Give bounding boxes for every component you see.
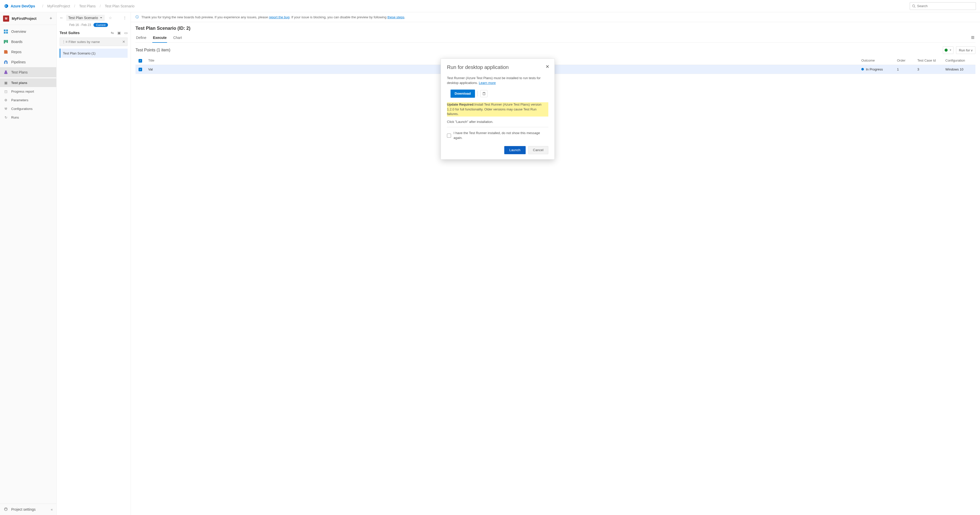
copy-icon [482,92,486,95]
separator [477,91,478,97]
suite-filter[interactable]: ⋮≡ ✕ [60,37,127,46]
tab-define[interactable]: Define [135,34,147,43]
back-button[interactable]: ← [60,16,64,20]
sub-test-plans[interactable]: ▣ Test plans [0,78,56,87]
suite-collapse-icon[interactable]: ▭ [124,31,127,35]
sub-progress-report[interactable]: ◫ Progress report [0,87,56,96]
breadcrumb-separator: / [42,4,43,8]
cancel-button[interactable]: Cancel [528,146,549,154]
suite-item[interactable]: Test Plan Scenario (1) [60,49,127,58]
col-outcome[interactable]: Outcome [858,57,894,65]
col-test-case-id[interactable]: Test Case Id [914,57,942,65]
download-button[interactable]: Download [450,90,475,98]
nav-repos[interactable]: Repos [0,47,56,57]
suite-item-label: Test Plan Scenario (1) [63,51,95,55]
banner-text-post: . [404,15,406,19]
test-points-table: ✓ Title Outcome Order Test Case Id Confi… [135,57,975,74]
launch-button[interactable]: Launch [504,146,526,154]
svg-rect-5 [6,32,8,33]
tab-execute[interactable]: Execute [152,34,167,43]
filter-icon: ⋮≡ [62,40,67,44]
left-nav: M MyFirstProject + Overview Boards Repos [0,12,57,515]
search-input[interactable] [917,4,974,8]
sub-progress-label: Progress report [11,90,34,93]
outcome-pass-icon [945,49,948,52]
add-project-button[interactable]: + [48,15,53,22]
close-button[interactable]: ✕ [544,63,550,70]
nav-boards-label: Boards [11,40,22,44]
brand[interactable]: Azure DevOps [4,4,35,8]
run-desktop-dialog: Run for desktop application ✕ Test Runne… [441,59,555,160]
col-order[interactable]: Order [894,57,914,65]
select-all-checkbox[interactable]: ✓ [138,59,142,63]
nav-overview[interactable]: Overview [0,27,56,36]
breadcrumb-testplans[interactable]: Test Plans [79,4,96,8]
page-title: Test Plan Scenario (ID: 2) [135,26,975,31]
outcome-dropdown[interactable] [943,46,953,54]
parameters-icon: ⚙ [3,98,8,102]
collapse-nav-button[interactable]: « [51,507,53,512]
svg-rect-3 [6,30,8,31]
sub-parameters[interactable]: ⚙ Parameters [0,96,56,104]
nav-test-plans[interactable]: Test Plans [0,67,56,78]
suite-expand-icon[interactable]: ⇆ [111,31,114,35]
update-required-label: Update Required: [447,103,474,106]
update-required-notice: Update Required:Install Test Runner (Azu… [447,102,548,117]
sub-test-plans-label: Test plans [11,81,27,85]
launch-hint: Click "Launch" after installation. [447,120,548,124]
svg-rect-2 [4,30,6,31]
row-checkbox[interactable]: ✓ [138,68,142,71]
cell-outcome: In Progress [866,67,883,71]
runs-icon: ↻ [3,116,8,119]
dialog-title: Run for desktop application [447,64,548,70]
sub-runs-label: Runs [11,116,19,119]
col-configuration[interactable]: Configuration [942,57,975,65]
suite-tree-icon[interactable]: ▣ [118,31,121,35]
test-plans-icon [3,70,8,74]
current-badge: Current [94,23,108,27]
clear-filter-button[interactable]: ✕ [122,40,125,44]
svg-rect-9 [483,93,485,95]
nav-pipelines[interactable]: Pipelines [0,57,56,67]
sub-runs[interactable]: ↻ Runs [0,113,56,122]
plan-dates: Feb 16 - Feb 23 [69,23,91,27]
banner-text-mid: . If your issue is blocking, you can dis… [290,15,387,19]
nav-boards[interactable]: Boards [0,36,56,47]
svg-rect-4 [4,32,6,33]
project-row[interactable]: M MyFirstProject + [0,12,56,25]
breadcrumb-project[interactable]: MyFirstProject [48,4,70,8]
run-for-button[interactable]: Run for v [956,46,975,54]
nav-pipelines-label: Pipelines [11,60,26,64]
learn-more-link[interactable]: Learn more [479,81,496,85]
plan-more-button[interactable]: ⋮ [122,15,127,21]
banner-link-steps[interactable]: these steps [387,15,404,19]
test-points-title: Test Points (1 item) [135,48,170,52]
suite-filter-input[interactable] [68,40,121,44]
favorite-button[interactable]: ☆ [109,16,112,20]
configurations-icon: ⚒ [3,107,8,111]
plan-dropdown-label: Test Plan Scenario [68,16,98,20]
search-icon [912,4,916,8]
sub-configurations-label: Configurations [11,107,33,111]
boards-icon [3,40,8,44]
breadcrumb-separator: / [100,4,101,8]
banner-link-report-bug[interactable]: report the bug [269,15,290,19]
project-settings[interactable]: Project settings « [0,504,56,515]
cell-order: 1 [894,65,914,74]
project-name: MyFirstProject [12,17,37,21]
repos-icon [3,50,8,54]
cell-test-case-id: 3 [914,65,942,74]
breadcrumb-plan[interactable]: Test Plan Scenario [105,4,134,8]
copy-link-button[interactable] [480,90,487,97]
svg-line-1 [915,6,916,8]
chevron-down-icon [100,16,103,19]
sub-configurations[interactable]: ⚒ Configurations [0,104,56,113]
tab-chart[interactable]: Chart [173,34,182,43]
panel-toggle-button[interactable]: ▥ [970,34,975,43]
table-row[interactable]: ✓ Val In Progress 1 3 Windows 10 [135,65,975,74]
dont-show-checkbox[interactable] [447,133,451,138]
overview-icon [3,29,8,34]
svg-rect-6 [4,40,5,43]
plan-dropdown[interactable]: Test Plan Scenario [66,15,105,21]
search-box[interactable] [910,2,976,10]
